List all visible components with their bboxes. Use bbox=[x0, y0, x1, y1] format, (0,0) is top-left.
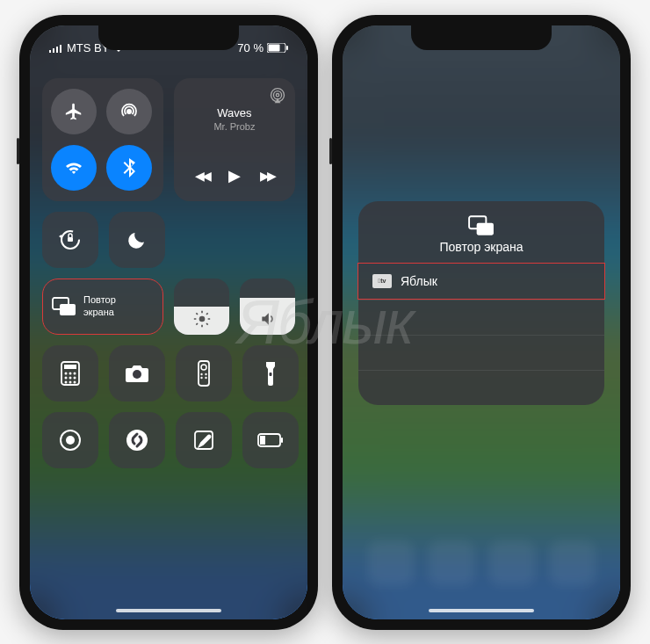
wifi-toggle[interactable] bbox=[51, 145, 97, 191]
now-playing-card[interactable]: Waves Mr. Probz ◀◀ ▶ ▶▶ bbox=[174, 78, 295, 201]
calculator-icon bbox=[61, 361, 80, 386]
svg-point-10 bbox=[276, 93, 278, 96]
svg-point-9 bbox=[273, 90, 281, 98]
brightness-slider[interactable] bbox=[174, 279, 229, 335]
battery-percent: 70 % bbox=[237, 41, 264, 54]
screen-mirroring-icon bbox=[468, 215, 495, 236]
svg-rect-3 bbox=[60, 45, 61, 53]
rotation-lock-icon bbox=[58, 228, 83, 252]
shazam-shortcut[interactable] bbox=[109, 412, 165, 468]
control-center: Waves Mr. Probz ◀◀ ▶ ▶▶ bbox=[42, 78, 295, 468]
svg-point-28 bbox=[74, 372, 76, 374]
svg-point-7 bbox=[126, 109, 132, 114]
home-indicator[interactable] bbox=[116, 609, 221, 612]
screen-record-shortcut[interactable] bbox=[42, 412, 98, 468]
remote-shortcut[interactable] bbox=[176, 345, 232, 402]
svg-rect-1 bbox=[53, 48, 54, 53]
track-title: Waves bbox=[213, 106, 255, 119]
bluetooth-toggle[interactable] bbox=[106, 145, 152, 191]
svg-point-26 bbox=[65, 372, 68, 374]
svg-point-32 bbox=[65, 380, 68, 383]
phone-frame-left: MTS BY 70 % bbox=[19, 15, 318, 630]
airplay-audio-icon[interactable] bbox=[269, 87, 286, 105]
shazam-icon bbox=[125, 428, 149, 452]
wifi-icon bbox=[64, 160, 83, 176]
dnd-toggle[interactable] bbox=[109, 212, 165, 268]
svg-point-33 bbox=[69, 380, 72, 383]
svg-point-34 bbox=[74, 380, 76, 383]
screen-right: Повтор экрана tv Яблык bbox=[343, 25, 620, 619]
svg-point-15 bbox=[199, 315, 205, 322]
calculator-shortcut[interactable] bbox=[42, 345, 98, 402]
svg-line-21 bbox=[206, 323, 208, 325]
rotation-lock-toggle[interactable] bbox=[42, 212, 98, 268]
svg-point-44 bbox=[66, 436, 75, 445]
svg-line-20 bbox=[196, 313, 198, 315]
svg-point-30 bbox=[69, 376, 72, 379]
svg-rect-5 bbox=[269, 45, 280, 52]
next-track-button[interactable]: ▶▶ bbox=[260, 169, 274, 183]
screen-mirroring-button[interactable]: Повтор экрана bbox=[42, 279, 163, 335]
empty-row bbox=[358, 370, 604, 405]
mirror-device-row[interactable]: tv Яблык bbox=[358, 263, 605, 300]
mirror-label-2: экрана bbox=[83, 307, 116, 318]
prev-track-button[interactable]: ◀◀ bbox=[195, 169, 209, 183]
empty-row bbox=[358, 300, 604, 335]
note-icon bbox=[193, 430, 214, 451]
svg-point-40 bbox=[200, 376, 202, 378]
airplane-toggle[interactable] bbox=[51, 89, 97, 134]
svg-rect-49 bbox=[260, 436, 265, 445]
low-power-shortcut[interactable] bbox=[242, 412, 299, 468]
volume-icon bbox=[259, 310, 277, 328]
flashlight-shortcut[interactable] bbox=[242, 345, 299, 402]
flashlight-icon bbox=[264, 361, 277, 386]
low-power-icon bbox=[257, 433, 284, 447]
svg-rect-12 bbox=[68, 237, 73, 242]
screen-mirroring-icon bbox=[52, 297, 76, 316]
signal-icon bbox=[49, 44, 63, 53]
notes-shortcut[interactable] bbox=[176, 412, 232, 468]
svg-line-23 bbox=[206, 313, 208, 315]
apple-tv-icon: tv bbox=[372, 274, 392, 288]
empty-row bbox=[358, 335, 604, 370]
home-indicator[interactable] bbox=[429, 609, 534, 612]
record-icon bbox=[58, 428, 83, 452]
blurred-dock bbox=[343, 540, 620, 602]
panel-title: Повтор экрана bbox=[358, 240, 604, 254]
svg-line-22 bbox=[196, 323, 198, 325]
svg-point-38 bbox=[200, 373, 202, 374]
brightness-icon bbox=[193, 310, 211, 328]
airdrop-icon bbox=[119, 101, 140, 122]
track-artist: Mr. Probz bbox=[213, 121, 255, 132]
svg-point-35 bbox=[133, 370, 141, 379]
svg-rect-14 bbox=[60, 304, 76, 315]
svg-rect-2 bbox=[56, 47, 58, 53]
mirror-label-1: Повтор bbox=[83, 294, 116, 306]
screen-left: MTS BY 70 % bbox=[30, 25, 307, 619]
remote-icon bbox=[198, 360, 210, 387]
svg-rect-0 bbox=[49, 50, 51, 53]
notch bbox=[411, 25, 552, 50]
svg-point-27 bbox=[69, 372, 72, 374]
volume-slider[interactable] bbox=[240, 279, 295, 335]
svg-rect-48 bbox=[281, 438, 283, 443]
svg-point-37 bbox=[201, 365, 206, 370]
play-button[interactable]: ▶ bbox=[228, 166, 241, 185]
svg-point-31 bbox=[74, 376, 76, 379]
svg-rect-42 bbox=[270, 373, 272, 376]
airplane-icon bbox=[64, 102, 83, 121]
phone-frame-right: Повтор экрана tv Яблык bbox=[332, 15, 631, 630]
svg-rect-25 bbox=[64, 365, 76, 369]
svg-rect-51 bbox=[477, 222, 494, 235]
moon-icon bbox=[126, 229, 148, 250]
device-name: Яблык bbox=[401, 274, 437, 288]
camera-icon bbox=[125, 364, 149, 383]
svg-point-29 bbox=[65, 376, 68, 379]
battery-icon bbox=[267, 43, 288, 53]
camera-shortcut[interactable] bbox=[109, 345, 165, 402]
svg-point-39 bbox=[205, 373, 206, 374]
connectivity-card[interactable] bbox=[42, 78, 163, 201]
airdrop-toggle[interactable] bbox=[106, 89, 152, 134]
svg-rect-6 bbox=[286, 46, 288, 50]
svg-point-41 bbox=[205, 376, 206, 378]
